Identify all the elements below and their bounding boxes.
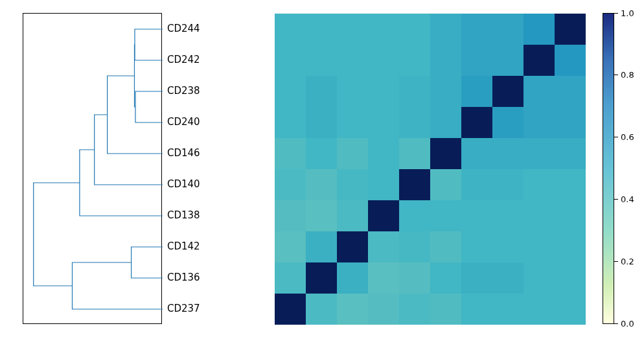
heatmap-cell [306, 76, 337, 107]
heatmap-row [275, 45, 584, 76]
heatmap-cell [368, 231, 399, 262]
heatmap-cell [368, 107, 399, 138]
heatmap-cell [399, 200, 430, 231]
heatmap-cell [523, 138, 555, 169]
colorbar-tick-label: 1.0 [621, 8, 634, 18]
heatmap-cell [555, 169, 586, 200]
leaf-label: CD240 [167, 116, 200, 128]
figure: CD244 CD242 CD238 CD240 CD146 CD140 CD13… [0, 0, 644, 337]
heatmap-cell [275, 262, 306, 294]
heatmap-row [275, 107, 584, 138]
dendrogram-labels: CD244 CD242 CD238 CD240 CD146 CD140 CD13… [167, 13, 213, 324]
heatmap-cell [461, 169, 492, 200]
heatmap-cell [492, 169, 523, 200]
heatmap-cell [337, 262, 368, 294]
heatmap-cell [492, 231, 523, 262]
heatmap-cell [555, 76, 586, 107]
heatmap-cell [275, 169, 306, 200]
leaf-label: CD237 [167, 303, 200, 314]
heatmap-cell [555, 14, 586, 45]
heatmap-cell [337, 45, 368, 76]
heatmap-row [275, 294, 584, 325]
heatmap-cell [368, 76, 399, 107]
heatmap-cell [399, 169, 430, 200]
heatmap-cell [523, 294, 555, 325]
heatmap-cell [337, 169, 368, 200]
heatmap-row [275, 200, 584, 231]
heatmap-cell [461, 14, 492, 45]
colorbar-tick-label: 0.4 [621, 194, 634, 204]
leaf-label: CD138 [167, 209, 200, 221]
heatmap-cell [306, 107, 337, 138]
leaf-label: CD238 [167, 85, 200, 97]
heatmap-cell [368, 294, 399, 325]
heatmap-cell [275, 14, 306, 45]
heatmap-cell [337, 76, 368, 107]
heatmap-cell [492, 107, 523, 138]
heatmap-cell [461, 138, 492, 169]
heatmap-cell [430, 262, 461, 294]
heatmap-cell [555, 262, 586, 294]
heatmap-cell [430, 14, 461, 45]
leaf-label: CD244 [167, 23, 200, 34]
heatmap-cell [337, 200, 368, 231]
heatmap-cell [368, 169, 399, 200]
heatmap-cell [523, 231, 555, 262]
colorbar-tick-label: 0.6 [621, 132, 634, 142]
colorbar-tick [614, 13, 618, 14]
heatmap [274, 13, 585, 324]
heatmap-cell [492, 45, 523, 76]
heatmap-cell [523, 107, 555, 138]
heatmap-cell [492, 294, 523, 325]
heatmap-cell [461, 45, 492, 76]
heatmap-cell [306, 294, 337, 325]
heatmap-cell [430, 107, 461, 138]
heatmap-cell [306, 231, 337, 262]
colorbar-tick [614, 75, 618, 75]
leaf-label: CD242 [167, 54, 200, 65]
heatmap-cell [368, 138, 399, 169]
heatmap-cell [430, 231, 461, 262]
heatmap-cell [399, 231, 430, 262]
heatmap-cell [555, 294, 586, 325]
heatmap-cell [523, 200, 555, 231]
heatmap-cell [275, 294, 306, 325]
heatmap-cell [430, 200, 461, 231]
heatmap-cell [461, 262, 492, 294]
colorbar-tick [614, 261, 618, 262]
heatmap-cell [555, 231, 586, 262]
heatmap-cell [492, 200, 523, 231]
heatmap-cell [337, 294, 368, 325]
heatmap-cell [306, 14, 337, 45]
heatmap-cell [306, 262, 337, 294]
heatmap-cell [430, 169, 461, 200]
dendrogram-tree [23, 14, 163, 325]
heatmap-cell [368, 45, 399, 76]
heatmap-cell [461, 76, 492, 107]
heatmap-cell [306, 45, 337, 76]
heatmap-row [275, 169, 584, 200]
heatmap-cell [399, 45, 430, 76]
heatmap-row [275, 262, 584, 294]
colorbar-tick-label: 0.8 [621, 70, 634, 80]
heatmap-cell [399, 262, 430, 294]
heatmap-cell [337, 231, 368, 262]
heatmap-cell [523, 45, 555, 76]
colorbar-tick [614, 323, 618, 324]
colorbar-tick-label: 0.2 [621, 257, 634, 266]
heatmap-cell [430, 138, 461, 169]
heatmap-cell [461, 107, 492, 138]
heatmap-cell [430, 294, 461, 325]
leaf-label: CD142 [167, 240, 200, 252]
heatmap-cell [555, 45, 586, 76]
heatmap-cell [275, 200, 306, 231]
heatmap-cell [555, 138, 586, 169]
heatmap-cell [399, 294, 430, 325]
leaf-label: CD140 [167, 178, 200, 190]
heatmap-cell [430, 45, 461, 76]
heatmap-cell [523, 262, 555, 294]
heatmap-cell [306, 169, 337, 200]
heatmap-cell [492, 262, 523, 294]
heatmap-cell [399, 14, 430, 45]
heatmap-cell [306, 138, 337, 169]
